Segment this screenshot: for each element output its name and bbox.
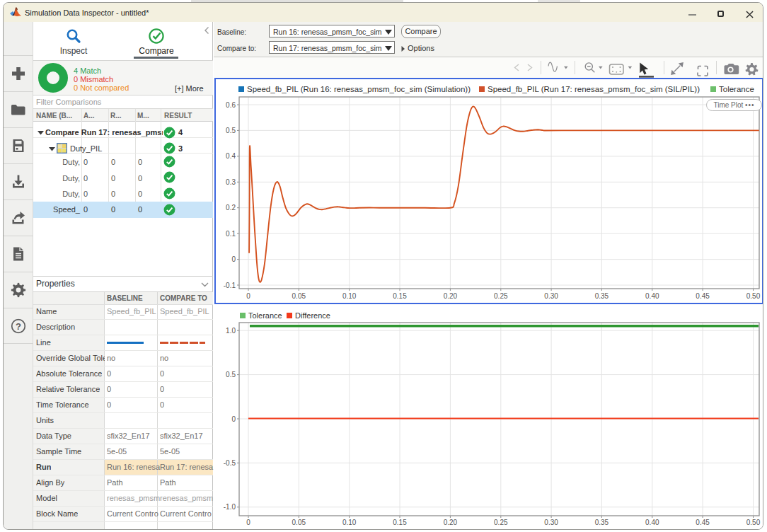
svg-text:0.6: 0.6 (226, 101, 236, 109)
svg-text:0.45: 0.45 (696, 292, 710, 300)
svg-text:-1.0: -1.0 (224, 503, 236, 511)
svg-text:0: 0 (246, 519, 250, 526)
svg-text:0.50: 0.50 (746, 292, 761, 300)
svg-text:0.10: 0.10 (342, 292, 357, 300)
svg-text:Speed_fb_PIL (Run 16: renesas_: Speed_fb_PIL (Run 16: renesas_pmsm_foc_s… (247, 85, 471, 93)
svg-text:Difference: Difference (295, 311, 330, 320)
svg-text:0.15: 0.15 (393, 292, 407, 300)
svg-text:0.20: 0.20 (444, 292, 458, 300)
svg-text:0.1: 0.1 (226, 230, 236, 238)
svg-text:0.4: 0.4 (226, 152, 236, 160)
svg-text:0.2: 0.2 (226, 204, 236, 212)
svg-text:Tolerance: Tolerance (248, 311, 282, 320)
svg-text:0.15: 0.15 (393, 519, 407, 526)
svg-text:0.45: 0.45 (696, 519, 710, 526)
svg-text:0.50: 0.50 (746, 519, 761, 526)
svg-text:0.5: 0.5 (226, 371, 236, 378)
svg-text:0.10: 0.10 (342, 519, 357, 526)
svg-text:0.25: 0.25 (494, 519, 508, 526)
svg-text:0.05: 0.05 (292, 292, 306, 300)
svg-text:0: 0 (246, 292, 250, 300)
svg-text:?: ? (16, 320, 21, 331)
svg-text:0.40: 0.40 (645, 519, 659, 526)
svg-text:Tolerance: Tolerance (719, 85, 754, 93)
svg-text:0: 0 (231, 415, 236, 423)
svg-text:0.35: 0.35 (595, 519, 609, 526)
svg-text:0: 0 (231, 255, 236, 263)
svg-text:0.5: 0.5 (226, 127, 236, 134)
svg-text:0.30: 0.30 (544, 292, 558, 300)
svg-text:-0.1: -0.1 (224, 282, 236, 289)
svg-text:0.35: 0.35 (595, 292, 609, 300)
svg-text:0.3: 0.3 (226, 178, 236, 186)
svg-text:0.20: 0.20 (444, 519, 458, 526)
svg-text:0.40: 0.40 (645, 292, 659, 300)
svg-text:0.05: 0.05 (292, 519, 306, 526)
svg-text:Speed_fb_PIL (Run 17: renesas_: Speed_fb_PIL (Run 17: renesas_pmsm_foc_s… (488, 85, 700, 93)
svg-text:0.30: 0.30 (544, 519, 558, 526)
svg-text:1.0: 1.0 (226, 327, 236, 335)
svg-text:0.25: 0.25 (494, 292, 508, 300)
svg-text:-0.5: -0.5 (224, 459, 236, 467)
